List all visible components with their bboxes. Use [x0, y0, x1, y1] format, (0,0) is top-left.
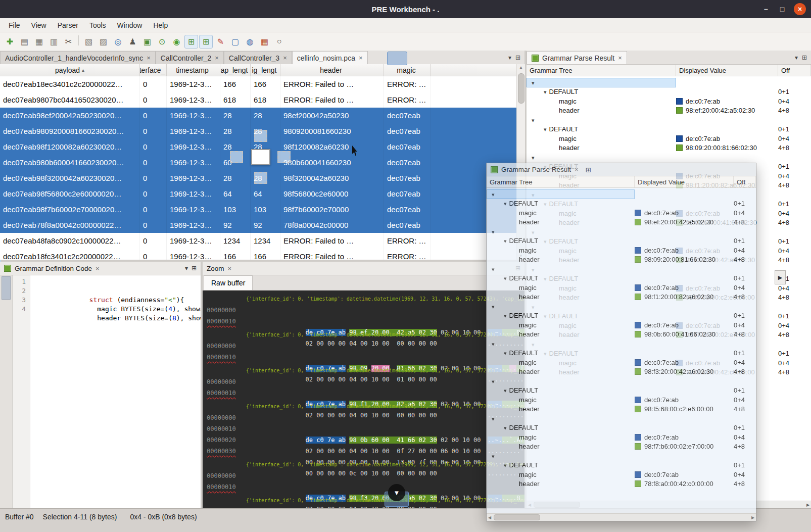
editor-tab[interactable]: CallController_2 ×	[156, 51, 224, 64]
chevron-down-icon[interactable]	[504, 274, 507, 282]
column-header[interactable]: header	[280, 64, 384, 76]
tree-row-root[interactable]	[527, 115, 811, 125]
panel-detach-icon[interactable]: ⊞	[192, 265, 197, 272]
tree-row-header[interactable]: header 98:f3:20:00:42:a6:02:30 4+8	[487, 367, 756, 377]
tree-row-default[interactable]: DEFAULT 0+1	[487, 461, 756, 470]
tree-row-header[interactable]: header 98:09:20:00:81:66:02:30 4+8	[487, 255, 756, 265]
user-icon[interactable]: ♟	[126, 35, 139, 49]
table-row[interactable]: dec07eab98f7b60002e70000020… 0 1969-12-3…	[0, 202, 524, 217]
table-row[interactable]: dec07eab18fc3401c2c20000022… 0 1969-12-3…	[0, 249, 524, 260]
menu-item[interactable]: Window	[112, 18, 148, 32]
chevron-down-icon[interactable]	[492, 303, 495, 310]
detach-panel-icon[interactable]: ⊞	[515, 54, 520, 61]
tree-row-magic[interactable]: magic de:c0:7e:ab 0+4	[487, 432, 756, 442]
chevron-down-icon[interactable]	[544, 125, 547, 133]
scrollbar-thumb[interactable]	[494, 514, 540, 520]
table-row[interactable]: dec07eab98f56800c2e60000020… 0 1969-12-3…	[0, 186, 524, 202]
hex-line[interactable]: 00000010 02 00 00 00 04 00 10 00 00 00 0…	[207, 481, 524, 493]
column-header[interactable]: terface_	[140, 64, 167, 76]
column-header[interactable]: payload▴	[0, 64, 140, 76]
maximize-button[interactable]: □	[778, 5, 787, 13]
save-icon[interactable]: ▦	[32, 35, 46, 49]
panel-close-icon[interactable]: ×	[96, 265, 100, 272]
tree-row-root[interactable]	[487, 227, 756, 236]
chevron-down-icon[interactable]	[492, 452, 495, 460]
tree-row-default[interactable]: DEFAULT 0+1	[487, 199, 756, 209]
tree-row-magic[interactable]: magic de:c0:7e:ab 0+4	[527, 134, 811, 143]
annotate-icon[interactable]: ✎	[214, 35, 227, 49]
hex-line[interactable]: 00000010 02 00 00 00 04 00 10 00 00 00 0…	[207, 388, 524, 399]
chevron-down-icon[interactable]	[532, 116, 535, 124]
tab-close-icon[interactable]: ×	[618, 54, 622, 62]
chevron-down-icon[interactable]	[504, 237, 507, 245]
column-header[interactable]: Displayed Value	[676, 65, 778, 76]
tree-row-default[interactable]: DEFAULT 0+1	[487, 274, 756, 283]
tree-row-default[interactable]: DEFAULT 0+1	[487, 386, 756, 396]
hex-line[interactable]: 00000010 02 00 00 00 04 00 10 00 0f 27 0…	[207, 423, 524, 434]
bug-icon[interactable]: ⊙	[155, 35, 169, 49]
chevron-down-icon[interactable]	[504, 424, 507, 431]
tab-list-menu-icon[interactable]: ▾	[508, 54, 511, 61]
hex-bytes[interactable]: 00 00 00 00 08 00 10 00 13 00 7f 00 0a 0…	[247, 434, 425, 446]
tree-row-header[interactable]: header 98:0b:60:00:41:66:02:30 4+8	[487, 330, 756, 340]
hex-bytes[interactable]: de c0 7e ab 98 09 20 00 81 66 02 30 02 0…	[247, 341, 425, 352]
chevron-down-icon[interactable]	[504, 386, 507, 394]
scroll-right-icon[interactable]: ▶	[750, 515, 756, 520]
hex-bytes[interactable]: 02 00 00 00 04 00 10 00 00 00 00 00	[247, 316, 425, 327]
tree-row-magic[interactable]: magic de:c0:7e:ab 0+4	[487, 470, 756, 479]
tree-row-magic[interactable]: magic de:c0:7e:ab 0+4	[487, 208, 756, 218]
camera-icon[interactable]: ▦	[258, 35, 271, 49]
close-button[interactable]: ×	[794, 3, 806, 15]
column-header[interactable]: magic	[384, 64, 431, 76]
hex-bytes[interactable]: de c0 7e ab 98 ef 20 00 42 a5 02 30 02 0…	[247, 305, 425, 316]
hex-line[interactable]: 00000000 de c0 7e ab 98 ef 20 00 42 a5 0…	[207, 305, 524, 316]
column-header[interactable]: ap_lengt	[220, 64, 251, 76]
scrollbar-thumb[interactable]	[518, 73, 524, 104]
menu-item[interactable]: Tools	[84, 18, 112, 32]
window-close-icon[interactable]: ×	[575, 166, 579, 173]
table-row[interactable]: dec07eab9807bc0441650230020… 0 1969-12-3…	[0, 92, 524, 108]
scroll-up-icon[interactable]: ▲	[517, 64, 525, 71]
table-row[interactable]: dec07eab98ef200042a50230020… 0 1969-12-3…	[0, 108, 524, 123]
editor-tab[interactable]: cellinfo_nosim.pca ×	[292, 51, 368, 64]
tree-row-magic[interactable]: magic de:c0:7e:ab 0+4	[487, 395, 756, 405]
grid-view-icon-2[interactable]: ⊞	[199, 35, 213, 49]
search-icon[interactable]: ○	[272, 35, 286, 49]
web-search-icon[interactable]: ◍	[243, 35, 257, 49]
chevron-down-icon[interactable]	[492, 340, 495, 348]
chevron-down-icon[interactable]	[492, 190, 495, 198]
scroll-left-icon[interactable]: ◀	[487, 515, 493, 520]
tree-row-default[interactable]: DEFAULT 0+1	[487, 349, 756, 358]
editor-tab[interactable]: CallController_3 ×	[224, 51, 292, 64]
open-icon[interactable]: ▤	[18, 35, 31, 49]
menu-item[interactable]: File	[3, 18, 26, 32]
tree-row-header[interactable]: header 98:f1:20:00:82:a6:02:30 4+8	[487, 293, 756, 302]
find-document-icon[interactable]: ◎	[111, 35, 125, 49]
tree-row-default[interactable]: DEFAULT 0+1	[487, 311, 756, 321]
tree-row-header[interactable]: header 98:ef:20:00:42:a5:02:30 4+8	[527, 106, 811, 116]
tree-row-root[interactable]	[487, 339, 756, 349]
hex-line[interactable]: 00000000 de c0 7e ab 98 f3 20 00 42 a6 0…	[207, 470, 524, 481]
hex-bytes[interactable]: 02 00 00 00 04 00 10 00 01 00 00 00	[247, 352, 425, 363]
scrollbar-thumb[interactable]	[2, 276, 11, 300]
tab-close-icon[interactable]: ×	[147, 54, 151, 62]
tree-row-default[interactable]: DEFAULT 0+1	[487, 423, 756, 433]
tree-row-root[interactable]	[487, 451, 756, 461]
hex-bytes[interactable]: de c0 7e ab 98 0b 60 00 41 66 02 30 02 0…	[247, 412, 425, 423]
tab-close-icon[interactable]: ×	[359, 54, 363, 62]
hex-bytes[interactable]: 02 00 00 00 04 00 10 00 0f 27 00 00 06 0…	[247, 423, 425, 434]
tree-row-magic[interactable]: magic de:c0:7e:ab 0+4	[487, 358, 756, 367]
tree-row-default[interactable]: DEFAULT 0+1	[487, 236, 756, 246]
table-row[interactable]: dec07eab78f8a00042c00000022… 0 1969-12-3…	[0, 217, 524, 233]
tree-row-root[interactable]	[487, 376, 756, 386]
hex-line[interactable]: 00000010 02 00 00 00 04 00 10 00 00 00 0…	[207, 316, 524, 327]
print-icon[interactable]: ▨	[97, 35, 110, 49]
tree-row-header[interactable]: header 98:ef:20:00:42:a5:02:30 4+8	[487, 218, 756, 227]
scroll-right-icon[interactable]: ▶	[805, 503, 811, 507]
code-area[interactable]: 1 struct (endianness="<"){ 2 magic BYTES…	[13, 275, 201, 508]
grid-view-icon-1[interactable]: ⊞	[184, 35, 198, 49]
menu-item[interactable]: Parser	[52, 18, 84, 32]
duplicate-icon[interactable]: ▧	[82, 35, 96, 49]
hex-bytes[interactable]: 02 00 00 00 04 00 10 00 00 00 00 00	[247, 388, 425, 399]
chevron-down-icon[interactable]	[532, 79, 535, 86]
